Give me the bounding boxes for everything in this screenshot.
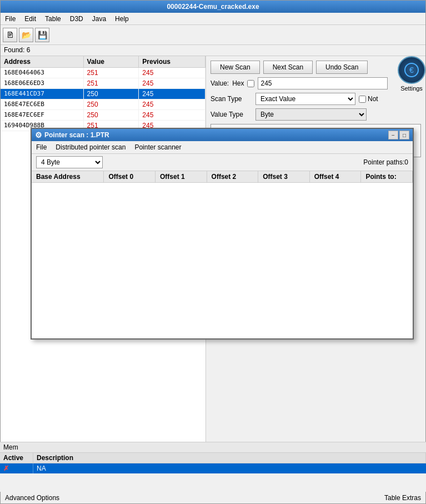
cell-address: 168E47EC6EB [1, 99, 84, 109]
ptr-col-points-to: Points to: [361, 171, 413, 182]
menu-bar: File Edit Table D3D Java Help [1, 13, 425, 25]
col-header-value: Value [84, 56, 139, 67]
toolbar-save-btn[interactable]: 💾 [35, 28, 49, 42]
toolbar: 🖹 📂 💾 [1, 25, 425, 45]
cell-value: 250 [84, 89, 139, 99]
ptr-col-offset4: Offset 4 [310, 171, 362, 182]
menu-java[interactable]: Java [88, 14, 111, 23]
menu-help[interactable]: Help [111, 14, 133, 23]
cell-previous: 245 [139, 68, 206, 78]
value-type-select[interactable]: Byte 2 Bytes 4 Bytes 8 Bytes Float Doubl… [255, 108, 367, 121]
cell-previous: 245 [139, 110, 206, 120]
table-header: Address Value Previous [1, 56, 206, 68]
next-scan-button[interactable]: Next Scan [263, 61, 313, 74]
settings-icon[interactable]: € [398, 56, 425, 84]
table-row[interactable]: 168E47EC6EF 250 245 [1, 110, 206, 121]
new-scan-button[interactable]: New Scan [211, 61, 260, 74]
window-controls: − □ [388, 131, 409, 139]
status-right[interactable]: Table Extras [384, 494, 421, 502]
ptr-col-offset3: Offset 3 [258, 171, 310, 182]
x-icon: ✗ [3, 465, 9, 472]
table-row[interactable]: 168E06E6ED3 251 245 [1, 78, 206, 89]
pointer-title-label: Pointer scan : 1.PTR [44, 131, 109, 139]
undo-scan-button[interactable]: Undo Scan [316, 61, 368, 74]
cheat-active-cell: ✗ [0, 463, 33, 473]
col-header-address: Address [1, 56, 84, 67]
found-count: 6 [27, 46, 31, 54]
found-bar: Found: 6 [1, 45, 425, 56]
cheat-col-active: Active [0, 453, 33, 463]
pointer-paths-label: Pointer paths:0 [363, 158, 408, 166]
minimize-button[interactable]: − [388, 131, 398, 139]
status-bar: Advanced Options Table Extras [1, 491, 425, 503]
cell-address: 168E06E6ED3 [1, 78, 84, 88]
toolbar-open-btn[interactable]: 📂 [19, 28, 33, 42]
menu-edit[interactable]: Edit [20, 14, 41, 23]
ptr-col-offset0: Offset 0 [104, 171, 156, 182]
cell-address: 168E47EC6EF [1, 110, 84, 120]
pointer-scan-window: ⚙ Pointer scan : 1.PTR − □ File Distribu… [31, 128, 414, 340]
byte-select[interactable]: 4 Byte 8 Byte [36, 156, 103, 168]
main-window: 00002244-Cemu_cracked.exe File Edit Tabl… [0, 0, 426, 504]
svg-text:€: € [409, 66, 414, 74]
cheat-table-header: Active Description [0, 453, 426, 463]
value-row: Value: Hex [211, 77, 388, 89]
found-label: Found: [4, 46, 24, 54]
restore-button[interactable]: □ [399, 131, 409, 139]
pointer-menu-bar: File Distributed pointer scan Pointer sc… [32, 141, 413, 154]
cell-value: 251 [84, 68, 139, 78]
cheat-row[interactable]: ✗ NA [0, 463, 426, 473]
cheat-desc-cell: NA [33, 463, 426, 473]
table-row[interactable]: 168E0464063 251 245 [1, 68, 206, 78]
ptr-menu-file[interactable]: File [32, 142, 51, 152]
menu-table[interactable]: Table [41, 14, 66, 23]
not-checkbox[interactable] [359, 96, 366, 103]
cell-previous: 245 [139, 89, 206, 99]
cell-value: 251 [84, 78, 139, 88]
hex-label: Hex [232, 79, 244, 87]
value-type-row: Value Type Byte 2 Bytes 4 Bytes 8 Bytes … [211, 108, 421, 121]
cell-value: 250 [84, 99, 139, 109]
col-header-previous: Previous [139, 56, 206, 67]
table-row-selected[interactable]: 168E441CD37 250 245 [1, 89, 206, 99]
ptr-col-offset1: Offset 1 [156, 171, 207, 182]
value-label: Value: [211, 79, 229, 87]
cheat-col-desc: Description [33, 453, 426, 463]
pointer-icon: ⚙ [35, 131, 42, 139]
menu-file[interactable]: File [1, 14, 20, 23]
pointer-table: Base Address Offset 0 Offset 1 Offset 2 … [32, 171, 413, 338]
cell-address: 168E0464063 [1, 68, 84, 78]
cell-previous: 245 [139, 78, 206, 88]
cell-previous: 245 [139, 99, 206, 109]
ptr-menu-distributed[interactable]: Distributed pointer scan [51, 142, 130, 152]
not-checkbox-area: Not [359, 95, 378, 103]
value-type-label: Value Type [211, 111, 252, 118]
scan-type-row: Scan Type Exact Value Bigger than... Sma… [211, 93, 421, 105]
title-bar: 00002244-Cemu_cracked.exe [1, 1, 425, 13]
cell-address: 168E441CD37 [1, 89, 84, 99]
table-row[interactable]: 168E47EC6EB 250 245 [1, 99, 206, 110]
title-text: 00002244-Cemu_cracked.exe [167, 3, 259, 11]
cell-value: 250 [84, 110, 139, 120]
pointer-toolbar: 4 Byte 8 Byte Pointer paths:0 [32, 154, 413, 171]
not-label: Not [368, 95, 378, 103]
value-input[interactable] [258, 77, 388, 89]
settings-label: Settings [400, 85, 423, 92]
pointer-title-text: ⚙ Pointer scan : 1.PTR [35, 131, 109, 139]
pointer-table-body [32, 183, 413, 338]
toolbar-new-btn[interactable]: 🖹 [3, 28, 17, 42]
ptr-menu-scanner[interactable]: Pointer scanner [130, 142, 186, 152]
cheat-toolbar-label: Mem [0, 442, 426, 453]
ptr-col-offset2: Offset 2 [207, 171, 259, 182]
hex-checkbox[interactable] [247, 80, 254, 87]
status-left[interactable]: Advanced Options [5, 494, 59, 502]
pointer-table-header: Base Address Offset 0 Offset 1 Offset 2 … [32, 171, 413, 183]
mem-label: Mem [3, 443, 18, 451]
menu-d3d[interactable]: D3D [66, 14, 88, 23]
scan-type-select[interactable]: Exact Value Bigger than... Smaller than.… [255, 93, 355, 105]
pointer-title-bar: ⚙ Pointer scan : 1.PTR − □ [32, 129, 413, 141]
settings-area: € Settings [398, 56, 425, 92]
scan-buttons: New Scan Next Scan Undo Scan [211, 61, 388, 74]
cheat-table-area: Mem Active Description ✗ NA [0, 442, 426, 492]
ptr-col-base: Base Address [32, 171, 104, 182]
